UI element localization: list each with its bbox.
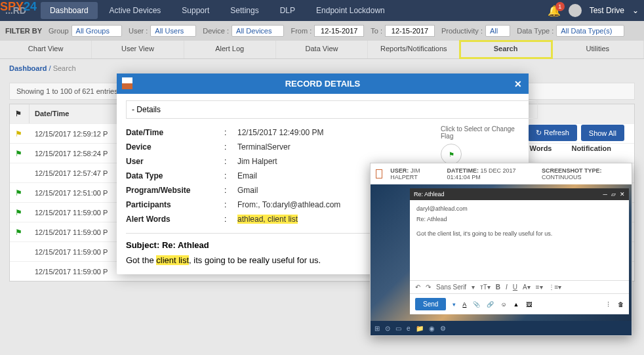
bell-badge: 1 (555, 2, 565, 11)
bold-icon[interactable]: B (496, 283, 500, 291)
flag-icon[interactable]: ⚑ (441, 144, 462, 165)
color-icon[interactable]: A▾ (523, 283, 531, 291)
nav-settings[interactable]: Settings (221, 2, 268, 19)
to-date[interactable] (385, 25, 435, 37)
nav-dlp[interactable]: DLP (271, 2, 304, 19)
start-icon[interactable]: ⊞ (374, 325, 380, 332)
screenshot-preview: USER: JIM HALPERT DATETIME: 15 DEC 2017 … (370, 163, 632, 336)
detail-device: TerminalServer (237, 142, 434, 152)
redo-icon[interactable]: ↷ (426, 283, 431, 291)
drive-icon[interactable]: ▲ (513, 301, 519, 308)
user-select[interactable]: All Users (150, 25, 196, 37)
modal-header: RECORD DETAILS ✕ (117, 73, 529, 94)
view-tabs: Chart View User View Alert Log Data View… (0, 41, 644, 59)
underline-icon[interactable]: U (513, 283, 517, 291)
datatype-select[interactable]: All Data Type(s) (556, 25, 624, 37)
italic-icon[interactable]: I (506, 283, 508, 291)
tab-user[interactable]: User View (92, 41, 184, 58)
tab-utilities[interactable]: Utilities (552, 41, 644, 58)
col-words: Words (529, 144, 552, 152)
subject-field[interactable]: Re: Athlead (416, 216, 622, 222)
align-icon[interactable]: ≡▾ (536, 283, 543, 291)
tab-data[interactable]: Data View (276, 41, 368, 58)
close-icon[interactable]: ✕ (514, 79, 522, 89)
window-title: Re: Athlead (414, 191, 445, 198)
close-icon[interactable]: ✕ (620, 191, 625, 198)
device-select[interactable]: All Devices (231, 25, 284, 37)
nav-endpoint[interactable]: Endpoint Lockdown (307, 2, 394, 19)
size-icon[interactable]: тT▾ (480, 283, 491, 291)
nav-active-devices[interactable]: Active Devices (100, 2, 171, 19)
list-icon[interactable]: ⋮≡▾ (548, 283, 562, 291)
taskbar: ⊞ ⊙ ▭e📁◉⚙ (371, 321, 632, 335)
more-icon[interactable]: ⋮ (605, 301, 611, 308)
tab-alert[interactable]: Alert Log (184, 41, 276, 58)
filter-label: FILTER BY (5, 27, 42, 35)
search-icon[interactable]: ⊙ (385, 325, 390, 332)
col-notification: Notification (572, 144, 612, 152)
pdf-icon[interactable] (376, 169, 382, 178)
emoji-icon[interactable]: ☺ (500, 301, 506, 308)
refresh-button[interactable]: ↻ Refresh (528, 125, 577, 141)
pdf-icon[interactable] (122, 77, 132, 89)
nav-support[interactable]: Support (172, 2, 218, 19)
trash-icon[interactable]: 🗑 (618, 301, 624, 308)
detail-datetime: 12/15/2017 12:49:00 PM (237, 128, 434, 137)
attach-icon[interactable]: 📎 (473, 301, 480, 308)
watermark-logo: SPY24 (0, 0, 37, 14)
details-toggle[interactable]: - Details (126, 100, 538, 119)
filter-bar: FILTER BY Group All Groups User : All Us… (0, 21, 644, 41)
minimize-icon[interactable]: ─ (603, 191, 607, 198)
send-button[interactable]: Send (415, 298, 446, 310)
user-name[interactable]: Test Drive (590, 6, 624, 15)
tab-reports[interactable]: Reports/Notifications (368, 41, 460, 58)
tab-chart[interactable]: Chart View (0, 41, 92, 58)
chevron-down-icon[interactable]: ⌄ (632, 6, 639, 15)
avatar[interactable] (569, 4, 582, 17)
body-field[interactable]: Got the client list, it's going to be re… (416, 230, 622, 237)
bell-icon[interactable]: 🔔1 (548, 5, 561, 17)
link-icon[interactable]: 🔗 (487, 301, 494, 308)
col-flag: ⚑ (10, 104, 30, 123)
group-select[interactable]: All Groups (71, 25, 122, 37)
from-date[interactable] (314, 25, 364, 37)
font-select[interactable]: Sans Serif (436, 283, 466, 291)
maximize-icon[interactable]: ▱ (611, 191, 616, 198)
format-icon[interactable]: A (462, 301, 466, 308)
modal-title: RECORD DETAILS (285, 79, 361, 89)
format-toolbar: ↶↷ Sans Serif▾ тT▾ BIU A▾ ≡▾ ⋮≡▾ (410, 280, 629, 293)
image-icon[interactable]: 🖼 (526, 301, 532, 308)
tab-search[interactable]: Search (460, 41, 552, 58)
to-field[interactable]: daryl@athlead.com (416, 205, 622, 212)
flag-label: Click to Select or Change Flag (441, 125, 519, 140)
top-nav: ...RD Dashboard Active Devices Support S… (0, 0, 644, 21)
undo-icon[interactable]: ↶ (415, 283, 420, 291)
nav-dashboard[interactable]: Dashboard (41, 2, 98, 19)
showall-button[interactable]: Show All (581, 125, 624, 141)
email-compose-window: Re: Athlead ─▱✕ daryl@athlead.com Re: At… (410, 188, 629, 314)
productivity-select[interactable]: All (485, 25, 510, 37)
col-datetime: Date/Time (30, 104, 121, 123)
